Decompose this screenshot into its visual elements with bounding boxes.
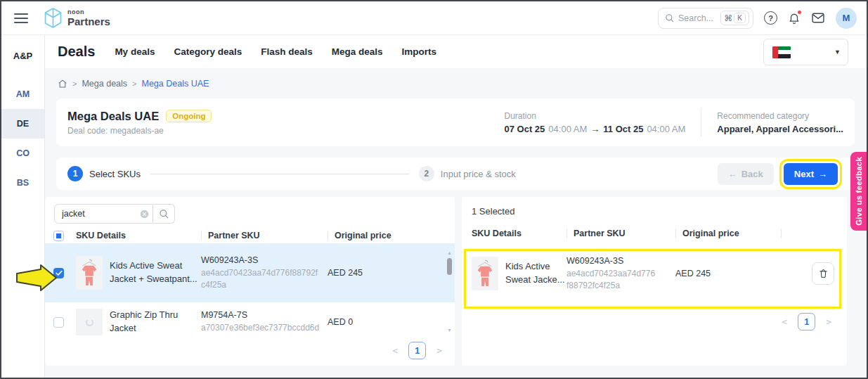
tab-my-deals[interactable]: My deals <box>115 46 155 57</box>
sku-search-panel: SKU Details Partner SKU Original price <box>45 197 455 366</box>
product-image-placeholder <box>76 309 103 335</box>
recommended-category-block: Recommended category Apparel, Apparel Ac… <box>717 111 843 134</box>
logo-noon-text: noon <box>67 9 110 15</box>
country-selector[interactable]: ▼ <box>763 39 848 65</box>
home-icon[interactable] <box>58 79 67 89</box>
scroll-down-icon[interactable]: ▼ <box>447 328 452 333</box>
next-page-icon[interactable]: > <box>436 345 442 356</box>
content-area: > Mega deals > Mega Deals UAE Mega Deals… <box>45 68 867 378</box>
sidebar-item-co[interactable]: CO <box>1 139 44 168</box>
column-partner-sku: Partner SKU <box>201 228 328 243</box>
original-price: AED 0 <box>328 317 455 327</box>
hamburger-menu-icon[interactable] <box>14 13 28 23</box>
breadcrumb-mega-deals[interactable]: Mega deals <box>82 79 127 89</box>
trash-icon <box>818 268 829 279</box>
partner-sku: M9754A-7S <box>201 310 328 320</box>
tab-flash-deals[interactable]: Flash deals <box>261 46 313 57</box>
check-icon <box>56 270 63 276</box>
row-checkbox[interactable] <box>53 268 64 278</box>
left-pagination: < 1 > <box>45 342 455 366</box>
notifications-bell-icon[interactable] <box>788 11 801 25</box>
sidebar-item-am[interactable]: AM <box>1 79 44 109</box>
arrow-right-icon: → <box>590 124 600 134</box>
scrollbar-thumb[interactable] <box>447 258 452 275</box>
deal-header-card: Mega Deals UAE Ongoing Deal code: megade… <box>56 98 855 146</box>
loading-spinner-icon <box>86 319 93 326</box>
user-avatar[interactable]: M <box>836 8 857 29</box>
column-sku-details: SKU Details <box>76 228 201 243</box>
step-select-skus: 1 Select SKUs <box>67 166 141 181</box>
step-2-label: Input price & stock <box>441 169 516 179</box>
search-submit-button[interactable] <box>153 204 175 224</box>
next-page-icon[interactable]: > <box>826 316 831 327</box>
column-original-price: Original price <box>675 223 781 244</box>
tab-imports[interactable]: Imports <box>402 46 437 57</box>
start-time: 04:00 AM <box>548 124 587 134</box>
duration-label: Duration <box>505 111 686 121</box>
prev-page-icon[interactable]: < <box>782 316 787 327</box>
sku-hash: ae4acd70423aa74d776 f88792fc4f25a <box>566 268 675 292</box>
breadcrumb-separator: > <box>132 79 136 88</box>
chevron-down-icon: ▼ <box>834 49 841 56</box>
original-price: AED 245 <box>328 268 455 278</box>
end-date: 11 Oct 25 <box>603 124 643 134</box>
product-image <box>76 256 103 290</box>
step-1-circle: 1 <box>67 166 83 181</box>
step-1-label: Select SKUs <box>89 169 141 179</box>
right-pagination: < 1 > <box>462 313 847 330</box>
category-label: Recommended category <box>717 111 843 121</box>
give-feedback-tab[interactable]: Give us feedback <box>850 152 867 231</box>
shortcut-key: K <box>734 13 746 23</box>
tab-category-deals[interactable]: Category deals <box>174 46 242 57</box>
search-placeholder: Search... <box>678 13 716 23</box>
uae-flag-icon <box>772 46 791 58</box>
step-2-circle: 2 <box>419 166 434 181</box>
clear-search-icon[interactable] <box>140 210 149 219</box>
sidebar-item-bs[interactable]: BS <box>1 168 44 198</box>
workspace-label: A&P <box>1 51 44 61</box>
deal-title: Mega Deals UAE <box>67 110 159 123</box>
table-scrollbar[interactable]: ▲ ▼ <box>446 250 453 333</box>
category-value: Apparel, Apparel Accessori... <box>717 124 843 134</box>
help-icon[interactable]: ? <box>764 11 777 25</box>
breadcrumb-separator: > <box>72 79 77 88</box>
row-checkbox[interactable] <box>53 317 64 328</box>
top-bar: noon Partners Search... ⌘ K ? <box>1 1 867 35</box>
global-search-input[interactable]: Search... ⌘ K <box>658 8 753 29</box>
selected-count: 1 Selected <box>462 197 847 217</box>
page-number[interactable]: 1 <box>408 342 426 359</box>
app-window: noon Partners Search... ⌘ K ? <box>0 0 868 379</box>
sku-hash: a70307e36bef3ec7377bccdd6d <box>201 322 328 334</box>
divider <box>701 108 701 136</box>
notification-dot <box>797 10 802 15</box>
column-actions <box>781 223 847 244</box>
product-name: Kids Active Sweat Jacke... <box>505 260 565 287</box>
table-row[interactable]: Kids Active Sweat Jacket + Sweatpant... … <box>45 243 455 302</box>
next-button[interactable]: Next → <box>784 163 838 185</box>
step-input-price-stock: 2 Input price & stock <box>419 166 516 181</box>
start-date: 07 Oct 25 <box>505 124 545 134</box>
search-icon <box>159 209 169 219</box>
product-image <box>472 257 498 290</box>
table-row[interactable]: Graphic Zip Thru Jacket M9754A-7S a70307… <box>45 302 455 342</box>
page-number[interactable]: 1 <box>798 313 815 330</box>
tab-mega-deals[interactable]: Mega deals <box>332 46 383 57</box>
status-badge: Ongoing <box>166 110 212 122</box>
end-time: 04:00 AM <box>647 124 685 134</box>
sidebar-item-de[interactable]: DE <box>1 109 44 139</box>
scroll-up-icon[interactable]: ▲ <box>447 250 452 256</box>
deal-code: Deal code: megadeals-ae <box>67 126 212 136</box>
back-button[interactable]: ← Back <box>718 163 774 185</box>
logo-cube-icon <box>44 7 63 29</box>
sku-search-input[interactable] <box>54 204 153 224</box>
prev-page-icon[interactable]: < <box>392 345 398 356</box>
deals-nav-row: Deals My deals Category deals Flash deal… <box>45 35 867 68</box>
column-sku-details: SKU Details <box>472 223 566 244</box>
column-original-price: Original price <box>328 228 455 243</box>
select-all-checkbox[interactable] <box>53 231 64 241</box>
duration-block: Duration 07 Oct 25 04:00 AM → 11 Oct 25 … <box>505 111 686 134</box>
delete-sku-button[interactable] <box>812 262 834 285</box>
original-price: AED 245 <box>675 269 781 278</box>
noon-partners-logo[interactable]: noon Partners <box>44 7 110 29</box>
mail-icon[interactable] <box>811 12 825 24</box>
